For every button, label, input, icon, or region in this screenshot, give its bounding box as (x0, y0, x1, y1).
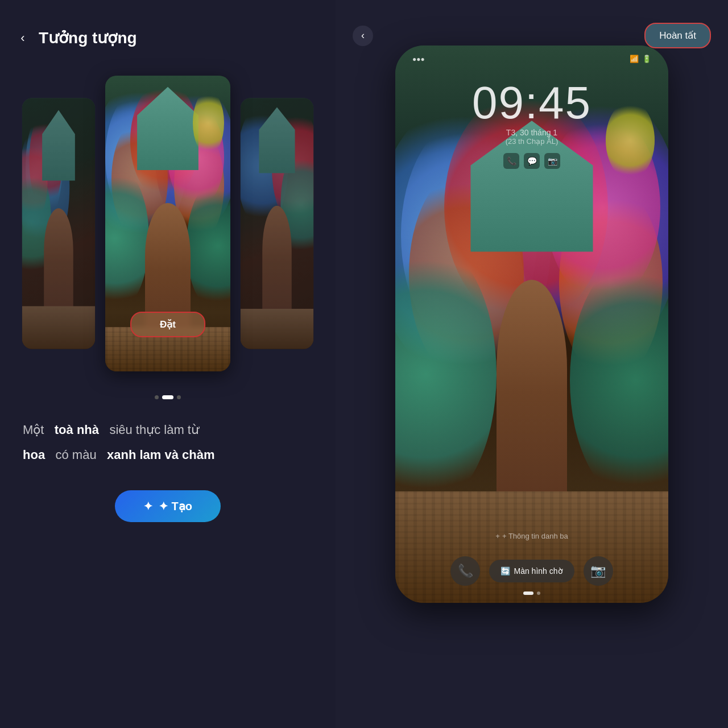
right-header: ‹ Hoàn tất (336, 0, 728, 60)
notif-photo-icon: 📷 (544, 153, 560, 169)
plus-icon: + (495, 532, 500, 540)
desc-part1: Một (23, 423, 44, 437)
man-hinh-cho-button[interactable]: 🔄 Màn hình chờ (489, 560, 574, 582)
left-header: ‹ Tưởng tượng (0, 0, 336, 59)
phone-camera-icon[interactable]: 📷 (584, 556, 613, 586)
sparkle-icon: ✦ (143, 499, 153, 513)
phone-dot-1 (523, 592, 533, 595)
set-button[interactable]: Đặt (130, 312, 205, 337)
phone-call-icon[interactable]: 📞 (450, 556, 480, 586)
hoan-tat-button[interactable]: Hoàn tất (644, 23, 711, 48)
wallpaper-carousel: Đặt (0, 59, 336, 388)
clock-time: 09:45 (395, 80, 668, 126)
wallpaper-card-left[interactable] (22, 98, 96, 349)
notif-msg-icon: 💬 (524, 153, 540, 169)
desc-bold1: toà nhà (55, 423, 99, 437)
create-button-label: ✦ Tạo (159, 499, 192, 513)
back-icon-right: ‹ (361, 30, 365, 42)
carousel-dots (0, 395, 336, 399)
notification-area: 📞 💬 📷 (395, 153, 668, 169)
phone-page-dots (395, 592, 668, 595)
desc-part2: siêu thực làm từ (109, 423, 199, 437)
clock-date-line1: T3, 30 tháng 1 (395, 128, 668, 137)
right-panel: ‹ Hoàn tất (336, 0, 728, 728)
dot-1 (155, 395, 159, 399)
wallpaper-card-center[interactable]: Đặt (105, 76, 230, 371)
left-panel: ‹ Tưởng tượng (0, 0, 336, 728)
description-area: Một toà nhà siêu thực làm từ hoa có màu … (0, 406, 336, 479)
notif-phone-icon: 📞 (503, 153, 519, 169)
desc-bold2: hoa (23, 448, 45, 462)
phone-preview: ●●● 📶 🔋 09:45 T3, 30 tháng 1 (23 th Chạp… (395, 46, 668, 603)
desc-bold3: xanh lam và chàm (107, 448, 215, 462)
man-hinh-cho-label: Màn hình chờ (514, 566, 562, 576)
desc-part3: có màu (55, 448, 96, 462)
description-text: Một toà nhà siêu thực làm từ hoa có màu … (23, 417, 313, 468)
clock-date-line2: (23 th Chạp ÂL) (395, 137, 668, 146)
thong-tin-label: + Thông tin danh ba (502, 532, 568, 540)
dot-2 (162, 395, 173, 399)
wallpaper-card-right[interactable] (241, 98, 314, 349)
phone-clock: 09:45 T3, 30 tháng 1 (23 th Chạp ÂL) (395, 63, 668, 148)
back-button-right[interactable]: ‹ (353, 26, 373, 46)
thong-tin-contact[interactable]: + + Thông tin danh ba (495, 532, 568, 540)
page-title: Tưởng tượng (39, 28, 137, 47)
phone-bottom-bar: 📞 🔄 Màn hình chờ 📷 (395, 556, 668, 586)
phone-dot-2 (537, 592, 540, 595)
create-button[interactable]: ✦ ✦ Tạo (115, 490, 221, 522)
dot-3 (177, 395, 181, 399)
back-button-left[interactable]: ‹ (14, 29, 32, 47)
refresh-icon: 🔄 (500, 566, 510, 576)
phone-ui-overlay: ●●● 📶 🔋 09:45 T3, 30 tháng 1 (23 th Chạp… (395, 46, 668, 603)
